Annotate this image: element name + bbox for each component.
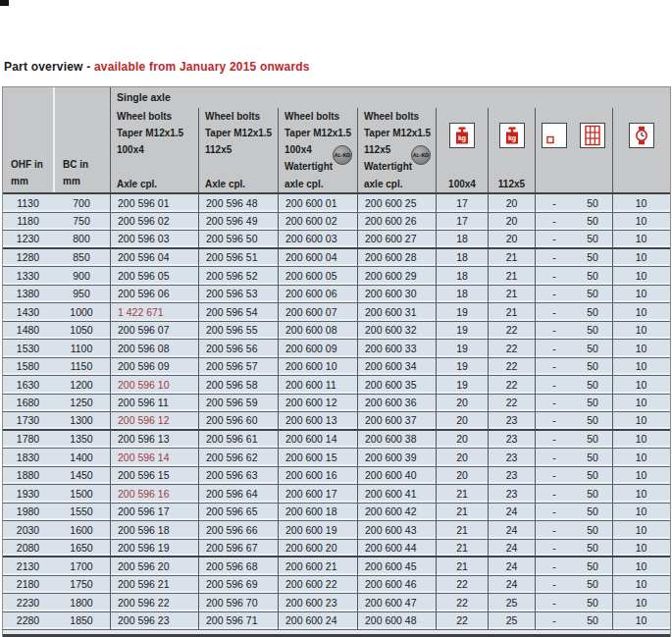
cell-ohf: 2030 <box>3 521 53 539</box>
cell-axle-112x5: 200 596 61 <box>198 431 278 449</box>
cell-ohf: 1730 <box>3 412 53 429</box>
cell-watertight-112x5: 200 600 29 <box>357 267 436 285</box>
page-title-black: Part overview - <box>4 60 90 74</box>
parts-table: OHF in mm BC in mm Single axle Wheel bol… <box>2 86 671 637</box>
cell-pack-col: 50 <box>573 504 612 521</box>
table-row: 17801350200 596 13200 596 61200 600 1420… <box>3 431 670 450</box>
cell-axle-112x5: 200 596 51 <box>198 249 278 267</box>
cell-weight-112x5: 25 <box>488 594 535 611</box>
cell-watertight-100x4: 200 600 02 <box>278 213 357 231</box>
header-watertight-100x4: Wheel bolts Taper M12x1.5 100x4 Watertig… <box>278 108 357 192</box>
cell-axle-112x5: 200 596 50 <box>198 231 278 247</box>
cell-axle-100x4: 200 596 17 <box>110 504 198 521</box>
cell-dash-col: - <box>535 612 573 630</box>
cell-weight-100x4: 22 <box>436 576 488 594</box>
cell-bc: 950 <box>53 286 110 303</box>
cell-axle-100x4: 200 596 21 <box>110 576 198 594</box>
cell-axle-100x4: 200 596 18 <box>110 521 198 539</box>
cell-bc: 750 <box>53 213 110 231</box>
cell-bc: 850 <box>53 249 110 267</box>
cell-axle-112x5: 200 596 57 <box>198 358 278 376</box>
cell-pack-col: 50 <box>573 231 612 247</box>
cell-axle-112x5: 200 596 52 <box>198 267 278 285</box>
table-row: 1280850200 596 04200 596 51200 600 04200… <box>3 249 670 268</box>
cell-weight-112x5: 21 <box>488 303 535 321</box>
cell-pack-col: 50 <box>573 376 612 394</box>
table-row: 16301200200 596 10200 596 58200 600 1120… <box>3 376 670 395</box>
cell-time-col: 10 <box>612 395 669 412</box>
cell-bc: 1650 <box>53 540 110 557</box>
cell-watertight-100x4: 200 600 16 <box>278 467 357 485</box>
cell-dash-col: - <box>535 576 573 594</box>
cell-dash-col: - <box>535 557 573 575</box>
cell-time-col: 10 <box>612 303 669 321</box>
cell-bc: 900 <box>53 267 110 285</box>
cell-pack-col: 50 <box>573 286 612 303</box>
header-bc: BC in mm <box>53 87 110 192</box>
cell-ohf: 1880 <box>3 467 53 485</box>
cell-weight-100x4: 20 <box>436 431 488 449</box>
svg-text:kg: kg <box>458 134 466 142</box>
cell-dash-col: - <box>535 213 573 231</box>
cell-watertight-112x5: 200 600 41 <box>357 485 436 503</box>
table-row: 143010001 422 671200 596 54200 600 07200… <box>3 303 670 322</box>
cell-bc: 1850 <box>53 612 110 630</box>
cell-watertight-112x5: 200 600 40 <box>357 467 436 485</box>
table-row: 20801650200 596 19200 596 67200 600 2020… <box>3 540 670 558</box>
cell-ohf: 2080 <box>3 540 53 557</box>
table-row: 1130700200 596 01200 596 48200 600 01200… <box>3 194 670 213</box>
cell-time-col: 10 <box>612 340 669 357</box>
watch-icon <box>629 123 654 148</box>
header-ohf: OHF in mm <box>3 87 53 192</box>
cell-dash-col: - <box>535 303 573 321</box>
cell-watertight-112x5: 200 600 25 <box>357 194 436 212</box>
cell-pack-col: 50 <box>573 340 612 357</box>
header-watertight-112x5: Wheel bolts Taper M12x1.5 112x5 Watertig… <box>357 108 436 192</box>
cell-weight-112x5: 25 <box>488 612 535 630</box>
cell-time-col: 10 <box>612 557 669 575</box>
cell-pack-col: 50 <box>573 395 612 412</box>
cell-weight-112x5: 22 <box>488 340 535 357</box>
cell-weight-112x5: 24 <box>488 576 535 594</box>
cell-axle-100x4: 200 596 09 <box>110 358 198 376</box>
cell-axle-112x5: 200 596 59 <box>198 395 278 412</box>
cell-time-col: 10 <box>612 231 669 247</box>
cell-time-col: 10 <box>612 576 669 594</box>
cell-watertight-100x4: 200 600 22 <box>278 576 357 594</box>
cell-axle-112x5: 200 596 64 <box>198 485 278 503</box>
header-text: Taper M12x1.5 <box>364 125 436 141</box>
cell-weight-112x5: 24 <box>488 521 535 539</box>
header-text: 100x4 <box>117 141 198 158</box>
cell-weight-100x4: 18 <box>436 231 488 247</box>
cell-ohf: 2180 <box>3 576 53 594</box>
header-ohf-line1: OHF in <box>11 156 53 173</box>
cell-watertight-112x5: 200 600 42 <box>357 504 436 521</box>
svg-text:kg: kg <box>507 134 515 142</box>
header-text: Axle cpl. <box>205 176 278 192</box>
cell-bc: 700 <box>53 194 110 212</box>
cell-weight-100x4: 21 <box>436 521 488 539</box>
cell-axle-112x5: 200 596 54 <box>198 303 278 321</box>
cell-weight-112x5: 24 <box>488 557 535 575</box>
cell-axle-100x4: 200 596 02 <box>110 213 198 231</box>
cell-ohf: 1130 <box>3 194 53 212</box>
cell-bc: 1250 <box>53 395 110 412</box>
cell-weight-100x4: 19 <box>436 376 488 394</box>
table-row: 22801850200 596 23200 596 71200 600 2420… <box>3 612 670 631</box>
cell-time-col: 10 <box>612 358 669 376</box>
small-box-icon <box>542 123 567 148</box>
cell-dash-col: - <box>535 286 573 303</box>
header-text: axle cpl. <box>364 176 436 192</box>
cell-ohf: 1480 <box>3 322 53 340</box>
cell-ohf: 1330 <box>3 267 53 285</box>
cell-watertight-112x5: 200 600 35 <box>357 376 436 394</box>
cell-dash-col: - <box>535 249 573 267</box>
alko-badge-icon: AL-KO <box>411 145 431 165</box>
cell-weight-100x4: 19 <box>436 303 488 321</box>
cell-watertight-100x4: 200 600 18 <box>278 504 357 521</box>
cell-weight-100x4: 20 <box>436 412 488 429</box>
header-axle-112x5: Wheel bolts Taper M12x1.5 112x5 Axle cpl… <box>198 108 278 192</box>
cell-dash-col: - <box>535 340 573 357</box>
cell-watertight-100x4: 200 600 10 <box>278 358 357 376</box>
table-row: 14801050200 596 07200 596 55200 600 0820… <box>3 322 670 341</box>
